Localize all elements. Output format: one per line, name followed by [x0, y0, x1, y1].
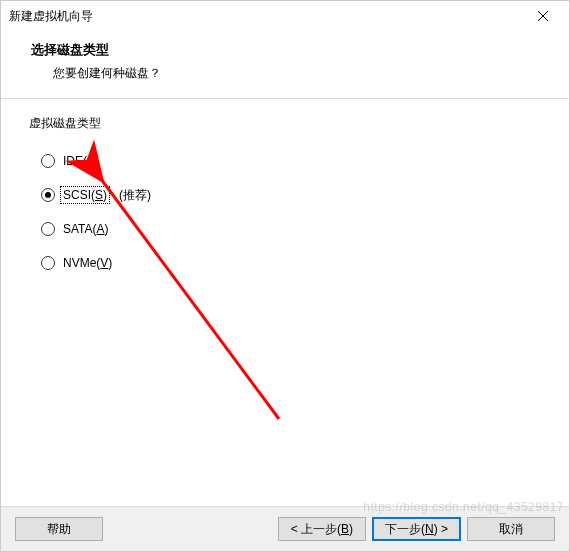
- radio-label: NVMe(V): [61, 255, 114, 271]
- radio-option-sata[interactable]: SATA(A): [41, 212, 549, 246]
- disk-type-radio-group: IDE(I) SCSI(S) (推荐) SATA(A) NVMe(V): [29, 144, 549, 280]
- back-button[interactable]: < 上一步(B): [278, 517, 366, 541]
- wizard-header: 选择磁盘类型 您要创建何种磁盘？: [1, 31, 569, 94]
- close-button[interactable]: [523, 2, 563, 30]
- radio-hint: (推荐): [119, 187, 151, 204]
- wizard-content: 虚拟磁盘类型 IDE(I) SCSI(S) (推荐) SATA(A) NVMe(…: [1, 99, 569, 506]
- wizard-dialog: 新建虚拟机向导 选择磁盘类型 您要创建何种磁盘？ 虚拟磁盘类型 IDE(I) S…: [0, 0, 570, 552]
- close-icon: [538, 11, 548, 21]
- header-subhead: 您要创建何种磁盘？: [31, 65, 551, 82]
- disk-type-group-label: 虚拟磁盘类型: [29, 115, 549, 132]
- help-button[interactable]: 帮助: [15, 517, 103, 541]
- window-title: 新建虚拟机向导: [9, 8, 523, 25]
- cancel-button[interactable]: 取消: [467, 517, 555, 541]
- next-button[interactable]: 下一步(N) >: [372, 517, 461, 541]
- radio-option-ide[interactable]: IDE(I): [41, 144, 549, 178]
- radio-icon: [41, 222, 55, 236]
- header-headline: 选择磁盘类型: [31, 41, 551, 59]
- radio-icon: [41, 256, 55, 270]
- radio-label: IDE(I): [61, 153, 96, 169]
- radio-icon: [41, 188, 55, 202]
- titlebar: 新建虚拟机向导: [1, 1, 569, 31]
- radio-label: SCSI(S): [61, 187, 109, 203]
- radio-option-scsi[interactable]: SCSI(S) (推荐): [41, 178, 549, 212]
- radio-icon: [41, 154, 55, 168]
- wizard-footer: 帮助 < 上一步(B) 下一步(N) > 取消: [1, 506, 569, 551]
- radio-label: SATA(A): [61, 221, 111, 237]
- radio-option-nvme[interactable]: NVMe(V): [41, 246, 549, 280]
